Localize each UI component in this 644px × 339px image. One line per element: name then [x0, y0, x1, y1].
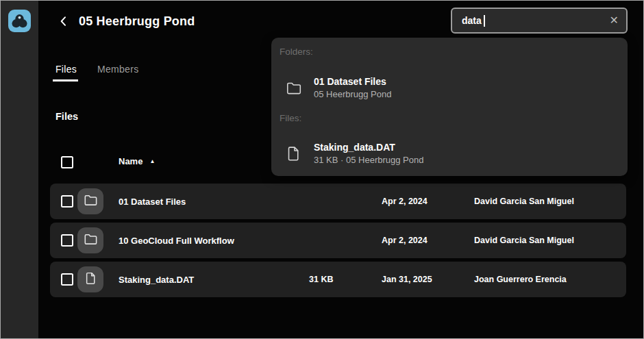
- name-header-label: Name: [119, 156, 143, 166]
- files-section-heading: Files: [55, 111, 78, 122]
- item-name: 01 Dataset Files: [119, 184, 186, 219]
- chevron-left-icon: [57, 14, 71, 31]
- text-caret: [484, 15, 485, 27]
- app-window: 05 Heerbrugg Pond ✕ Files Members Files …: [0, 0, 644, 339]
- sort-ascending-icon: ▲: [149, 158, 155, 164]
- item-icon-chip: [77, 227, 103, 253]
- file-icon: [84, 271, 98, 288]
- item-name: Staking_data.DAT: [119, 262, 194, 297]
- item-owner: David Garcia San Miguel: [474, 184, 574, 219]
- file-row[interactable]: 10 GeoCloud Full Workflow Apr 2, 2024 Da…: [50, 223, 626, 258]
- back-button[interactable]: [55, 14, 72, 31]
- select-all-checkbox[interactable]: [61, 156, 73, 168]
- folder-icon: [83, 231, 98, 249]
- folder-icon: [83, 192, 98, 210]
- item-owner: David Garcia San Miguel: [474, 223, 574, 258]
- file-row[interactable]: 01 Dataset Files Apr 2, 2024 David Garci…: [50, 184, 626, 219]
- tab-files[interactable]: Files: [55, 64, 77, 75]
- item-size: 31 KB: [309, 262, 333, 297]
- file-icon: [285, 145, 302, 162]
- page-title: 05 Heerbrugg Pond: [79, 14, 195, 29]
- search-input[interactable]: [452, 9, 626, 32]
- row-checkbox[interactable]: [61, 195, 73, 208]
- item-date: Apr 2, 2024: [382, 223, 428, 258]
- folders-group-label: Folders:: [280, 47, 313, 57]
- geocloud-logo-icon[interactable]: [8, 10, 31, 32]
- result-title: Staking_data.DAT: [314, 141, 423, 153]
- row-checkbox[interactable]: [61, 234, 73, 247]
- folder-icon: [285, 79, 302, 97]
- item-name: 10 GeoCloud Full Workflow: [119, 223, 234, 258]
- row-checkbox[interactable]: [61, 273, 73, 286]
- clear-search-icon[interactable]: ✕: [610, 15, 619, 26]
- result-title: 01 Dataset Files: [314, 75, 391, 88]
- search-result-folder[interactable]: 01 Dataset Files 05 Heerbrugg Pond: [271, 69, 628, 106]
- sidebar: [1, 1, 38, 338]
- active-tab-underline: [53, 79, 78, 81]
- search-box: ✕: [451, 8, 628, 34]
- item-icon-chip: [77, 188, 103, 214]
- file-row[interactable]: Staking_data.DAT 31 KB Jan 31, 2025 Joan…: [50, 262, 626, 297]
- item-date: Apr 2, 2024: [382, 184, 428, 219]
- item-icon-chip: [77, 266, 103, 292]
- files-group-label: Files:: [280, 113, 301, 123]
- search-results-dropdown: Folders: 01 Dataset Files 05 Heerbrugg P…: [271, 38, 628, 176]
- result-location: 05 Heerbrugg Pond: [314, 88, 391, 101]
- name-column-header[interactable]: Name ▲: [119, 156, 155, 166]
- result-meta: 31 KB · 05 Heerbrugg Pond: [314, 154, 423, 166]
- search-result-file[interactable]: Staking_data.DAT 31 KB · 05 Heerbrugg Po…: [271, 135, 628, 172]
- item-date: Jan 31, 2025: [382, 262, 432, 297]
- item-owner: Joan Guerrero Erencia: [474, 262, 567, 297]
- tab-members[interactable]: Members: [97, 64, 138, 75]
